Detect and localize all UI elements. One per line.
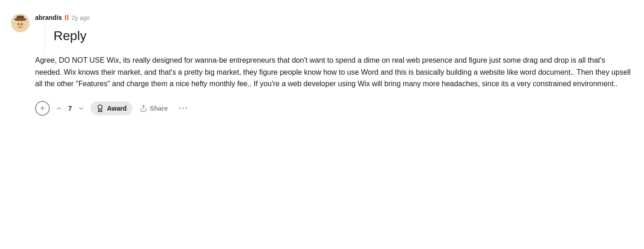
action-bar: + 7 [35,101,633,116]
username[interactable]: abrandis [35,14,62,21]
downvote-icon [78,105,85,112]
vote-count: 7 [66,105,74,112]
comment-body: abrandis 2y ago Reply Agree, DO NOT USE … [35,14,633,116]
comment: abrandis 2y ago Reply Agree, DO NOT USE … [11,9,633,121]
thread-line [44,25,45,51]
comment-header: abrandis 2y ago [35,14,633,21]
upvote-icon [55,105,63,112]
reply-content-area: Reply [48,25,633,51]
reply-label: Reply [54,25,633,43]
svg-point-7 [19,24,19,24]
award-icon [96,104,104,113]
vote-area: 7 [54,103,87,114]
share-label: Share [150,105,168,112]
timestamp: 2y ago [72,14,89,21]
avatar [11,14,30,32]
share-button[interactable]: Share [136,102,172,115]
expand-button[interactable]: + [35,101,50,116]
thread-line-container [35,25,48,51]
svg-rect-3 [17,18,24,20]
more-icon: ··· [179,104,188,113]
plus-icon: + [40,104,45,113]
upvote-button[interactable] [54,103,65,114]
comment-text: Agree, DO NOT USE Wix, its really design… [35,54,633,90]
award-label: Award [107,105,127,112]
separator-dots [65,15,69,20]
svg-point-8 [22,24,23,24]
svg-point-5 [18,23,20,25]
award-button[interactable]: Award [90,101,132,115]
comment-content-area: Reply [35,25,633,51]
downvote-button[interactable] [76,103,87,114]
svg-point-9 [20,25,21,26]
svg-point-4 [16,21,25,29]
svg-point-6 [21,23,23,25]
more-button[interactable]: ··· [175,101,192,116]
share-icon [140,105,147,112]
